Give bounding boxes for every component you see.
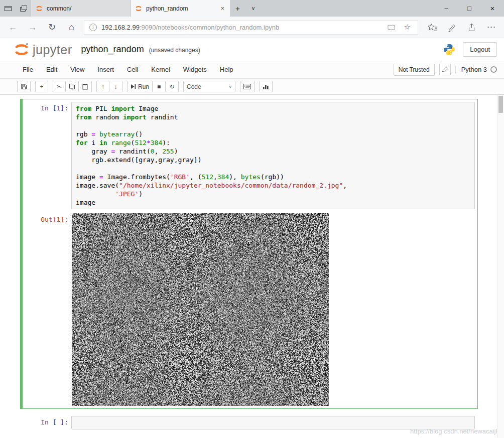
close-button[interactable]: × [481, 0, 504, 17]
scrollbar-thumb[interactable] [498, 96, 503, 113]
site-info-icon[interactable]: i [89, 24, 97, 31]
jupyter-favicon [135, 5, 142, 12]
add-favorite-button[interactable]: ☆ [402, 23, 413, 32]
chevron-down-icon: ∨ [228, 84, 232, 89]
share-icon [467, 23, 476, 32]
url-host: 192.168.2.99 [101, 24, 140, 31]
save-button[interactable] [17, 81, 31, 92]
back-button[interactable]: ← [3, 18, 23, 36]
paste-cell-button[interactable] [79, 81, 92, 92]
notebook-title[interactable]: python_random [81, 44, 144, 55]
run-button[interactable]: Run [127, 81, 153, 92]
menubar-right: Not Trusted Python 3 [394, 64, 497, 76]
more-options-button[interactable]: ⋯ [481, 18, 501, 36]
navigation-bar: ← → ↻ ⌂ i 192.168.2.99:9090/notebooks/co… [0, 17, 504, 38]
extension-button[interactable] [259, 81, 273, 92]
python-logo-icon [443, 43, 456, 56]
menu-file[interactable]: File [16, 62, 40, 77]
refresh-button[interactable]: ↻ [42, 18, 62, 36]
menu-cell[interactable]: Cell [120, 62, 145, 77]
add-cell-button[interactable]: + [35, 81, 48, 92]
interrupt-kernel-button[interactable]: ■ [153, 81, 166, 92]
ink-pen-icon [448, 23, 456, 32]
pencil-icon [442, 67, 448, 73]
menu-kernel[interactable]: Kernel [145, 62, 177, 77]
new-tab-button[interactable]: + [230, 0, 245, 17]
browser-tab-python-random[interactable]: python_random × [131, 0, 230, 17]
cell-type-value: Code [187, 83, 201, 90]
browser-window: common/ python_random × + ∨ – □ × ← → ↻ … [0, 0, 504, 438]
menu-insert[interactable]: Insert [91, 62, 120, 77]
tab-preview-icon [4, 5, 12, 13]
tab-title: common/ [47, 5, 125, 12]
url-path: :9090/notebooks/common/python_random.ipy… [140, 24, 279, 31]
web-note-button[interactable] [442, 18, 462, 36]
menu-widgets[interactable]: Widgets [177, 62, 213, 77]
logout-button[interactable]: Logout [463, 42, 497, 57]
kernel-indicator: Python 3 [455, 66, 497, 73]
paste-icon [82, 83, 88, 90]
tab-preview-button[interactable] [0, 0, 16, 17]
cell-output-area: Out[1]: [25, 213, 475, 406]
browser-tab-common[interactable]: common/ [31, 0, 131, 17]
bar-chart-icon [263, 84, 269, 90]
command-palette-button[interactable] [240, 81, 255, 92]
home-button[interactable]: ⌂ [62, 18, 81, 36]
tab-close-icon[interactable]: × [219, 5, 225, 12]
tab-strip-spacer [261, 0, 435, 17]
tab-title: python_random [146, 5, 215, 12]
menu-help[interactable]: Help [213, 62, 240, 77]
restart-kernel-button[interactable]: ↻ [166, 81, 179, 92]
output-noise-image [72, 213, 329, 406]
tab-list-chevron-icon[interactable]: ∨ [245, 0, 261, 17]
save-icon [21, 83, 27, 90]
share-button[interactable] [462, 18, 481, 36]
kernel-name: Python 3 [461, 66, 487, 73]
jupyter-favicon [36, 5, 43, 12]
notebook-toolbar: + ✂ ↑ ↓ Run ■ ↻ Code∨ [0, 79, 504, 95]
keyboard-icon [243, 84, 251, 89]
jupyter-logo-text: jupyter [33, 43, 72, 57]
cell-input-area: In [1]: from PIL import Imagefrom random… [25, 102, 475, 209]
cell-type-select[interactable]: Code∨ [183, 81, 235, 92]
menu-edit[interactable]: Edit [40, 62, 64, 77]
set-tabs-aside-button[interactable] [16, 0, 31, 17]
not-trusted-button[interactable]: Not Trusted [394, 64, 435, 76]
jupyter-logo[interactable]: jupyter [13, 42, 72, 57]
hub-star-icon [428, 23, 437, 32]
url-text[interactable]: 192.168.2.99:9090/notebooks/common/pytho… [101, 24, 381, 31]
hub-favorites-button[interactable] [423, 18, 442, 36]
forward-button[interactable]: → [23, 18, 42, 36]
output-prompt: Out[1]: [25, 213, 71, 406]
code-editor[interactable]: from PIL import Imagefrom random import … [71, 102, 475, 209]
menu-view[interactable]: View [64, 62, 91, 77]
reading-view-button[interactable] [385, 24, 398, 31]
copy-cell-button[interactable] [66, 81, 79, 92]
code-cell-1[interactable]: In [1]: from PIL import Imagefrom random… [20, 99, 478, 409]
kernel-idle-icon [490, 66, 497, 73]
cut-cell-button[interactable]: ✂ [53, 81, 66, 92]
autosave-status: (unsaved changes) [149, 45, 200, 54]
tab-strip: common/ python_random × + ∨ – □ × [0, 0, 504, 17]
set-tabs-aside-icon [20, 5, 28, 13]
minimize-button[interactable]: – [435, 0, 458, 17]
reading-view-icon [387, 24, 396, 31]
notebook-menubar: File Edit View Insert Cell Kernel Widget… [0, 61, 504, 79]
jupyter-logo-icon [13, 42, 30, 57]
maximize-button[interactable]: □ [458, 0, 481, 17]
code-cell-empty[interactable]: In [ ]: [20, 413, 478, 432]
input-prompt: In [ ]: [25, 416, 71, 429]
page-scrollbar[interactable] [497, 95, 504, 438]
edit-mode-indicator [439, 64, 451, 75]
move-cell-down-button[interactable]: ↓ [109, 81, 122, 92]
input-prompt: In [1]: [25, 102, 71, 209]
csdn-watermark: https://blog.csdn.net/newacaijk [410, 427, 499, 435]
run-icon [131, 84, 136, 89]
address-bar[interactable]: i 192.168.2.99:9090/notebooks/common/pyt… [84, 20, 418, 35]
jupyter-header: jupyter python_random (unsaved changes) … [0, 38, 504, 61]
notebook-container: In [1]: from PIL import Imagefrom random… [0, 95, 504, 438]
run-label: Run [138, 83, 149, 90]
copy-icon [69, 83, 75, 90]
move-cell-up-button[interactable]: ↑ [96, 81, 109, 92]
